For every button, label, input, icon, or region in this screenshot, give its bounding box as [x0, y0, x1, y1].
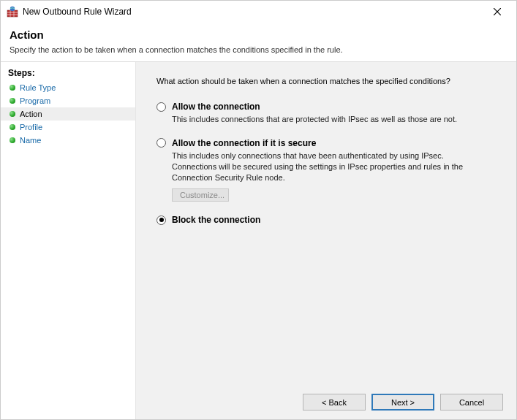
step-label: Name [20, 136, 41, 145]
svg-rect-0 [7, 10, 18, 17]
titlebar: New Outbound Rule Wizard [1, 1, 516, 23]
cancel-button[interactable]: Cancel [440, 394, 503, 411]
step-name[interactable]: Name [1, 134, 135, 147]
body: Steps: Rule Type Program Action Profile … [1, 62, 516, 419]
option-title: Allow the connection [172, 102, 260, 112]
close-button[interactable] [483, 1, 512, 22]
window-title: New Outbound Rule Wizard [23, 7, 132, 17]
step-bullet-icon [10, 85, 15, 91]
steps-sidebar: Steps: Rule Type Program Action Profile … [1, 62, 136, 419]
step-rule-type[interactable]: Rule Type [1, 81, 135, 94]
customize-button: Customize... [172, 188, 229, 202]
step-bullet-icon [10, 124, 15, 130]
page-heading: Action [10, 28, 507, 41]
step-label: Action [20, 110, 42, 118]
step-profile[interactable]: Profile [1, 121, 135, 134]
option-description: This includes only connections that have… [172, 150, 486, 183]
header-section: Action Specify the action to be taken wh… [1, 23, 516, 61]
main-panel: What action should be taken when a conne… [136, 62, 516, 419]
page-subtitle: Specify the action to be taken when a co… [10, 45, 507, 54]
step-bullet-icon [10, 111, 15, 117]
steps-heading: Steps: [1, 66, 135, 81]
firewall-icon [7, 6, 18, 18]
wizard-window: New Outbound Rule Wizard Action Specify … [0, 0, 517, 420]
step-label: Rule Type [20, 83, 56, 92]
step-label: Profile [20, 123, 42, 131]
option-title: Allow the connection if it is secure [172, 138, 316, 148]
option-block: Block the connection [156, 215, 503, 225]
wizard-footer: < Back Next > Cancel [156, 385, 503, 411]
close-icon [494, 8, 501, 15]
radio-allow[interactable] [156, 102, 166, 112]
radio-allow-secure[interactable] [156, 138, 166, 148]
option-description: This includes connections that are prote… [172, 114, 486, 125]
step-program[interactable]: Program [1, 94, 135, 107]
back-button[interactable]: < Back [303, 394, 366, 411]
step-bullet-icon [10, 98, 15, 104]
action-prompt: What action should be taken when a conne… [156, 77, 503, 85]
step-label: Program [20, 96, 50, 105]
step-action[interactable]: Action [1, 107, 135, 121]
radio-block[interactable] [156, 215, 166, 225]
next-button[interactable]: Next > [371, 394, 434, 411]
svg-point-5 [10, 7, 15, 11]
step-bullet-icon [10, 137, 15, 143]
option-allow-secure: Allow the connection if it is secure Thi… [156, 138, 503, 202]
option-allow: Allow the connection This includes conne… [156, 102, 503, 125]
option-title: Block the connection [172, 215, 260, 225]
